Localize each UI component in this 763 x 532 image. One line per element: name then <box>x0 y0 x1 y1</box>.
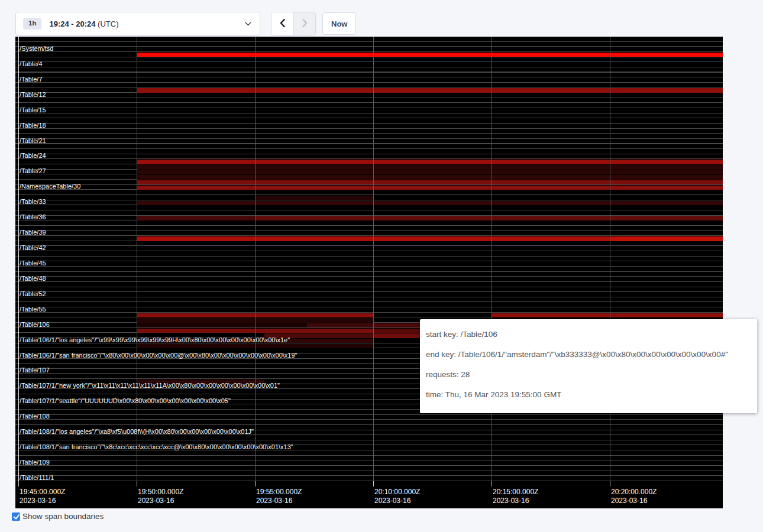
heat-band[interactable] <box>137 216 255 220</box>
row-label: /Table/33 <box>20 198 46 206</box>
left-axis-line <box>18 37 19 485</box>
x-axis-label: 19:55:00.000Z2023-03-16 <box>256 488 302 505</box>
vertical-gridline <box>492 37 492 485</box>
heat-band[interactable] <box>610 236 723 241</box>
row-label: /Table/7 <box>20 76 43 83</box>
vertical-gridline <box>137 37 137 485</box>
axis-tick <box>373 481 374 486</box>
row-label: /NamespaceTable/30 <box>20 183 80 190</box>
axis-tick <box>255 481 256 486</box>
heat-band[interactable] <box>255 216 723 220</box>
show-span-boundaries-checkbox[interactable] <box>12 512 20 521</box>
timezone-label: (UTC) <box>98 20 118 28</box>
row-label: /Table/106 <box>20 321 50 329</box>
x-axis-label: 20:20:00.000Z2023-03-16 <box>611 488 657 505</box>
x-axis-time: 20:10:00.000Z <box>374 488 420 497</box>
row-label: /System/tsd <box>20 45 53 53</box>
x-axis-label: 19:50:00.000Z2023-03-16 <box>138 488 183 505</box>
row-label: /Table/107 <box>20 366 50 374</box>
footer-controls: Show span boundaries <box>12 512 104 521</box>
row-label: /Table/15 <box>20 106 46 114</box>
x-axis-label: 19:45:00.000Z2023-03-16 <box>20 488 65 505</box>
x-axis-time: 20:20:00.000Z <box>611 488 657 497</box>
tooltip-line: end key: /Table/106/1/"amsterdam"/"\xb33… <box>426 349 751 359</box>
vertical-gridline <box>373 37 374 485</box>
tooltip-line: requests: 28 <box>426 369 751 379</box>
next-time-button[interactable] <box>293 12 315 35</box>
row-label: /Table/108/1/"san francisco"/"\x8c\xcc\x… <box>20 443 293 451</box>
row-label: /Table/45 <box>20 259 46 267</box>
heat-band[interactable] <box>137 165 723 170</box>
row-label: /Table/111/1 <box>20 474 54 482</box>
heat-band[interactable] <box>307 323 373 328</box>
row-label: /Table/36 <box>20 213 46 221</box>
axis-tick <box>492 481 492 486</box>
heat-band[interactable] <box>137 186 723 190</box>
heat-band[interactable] <box>137 323 307 328</box>
check-icon <box>13 512 20 520</box>
axis-tick <box>18 481 19 486</box>
row-label: /Table/24 <box>20 152 46 160</box>
heat-band[interactable] <box>137 175 723 180</box>
x-axis-date: 2023-03-16 <box>138 497 183 505</box>
x-axis-label: 20:15:00.000Z2023-03-16 <box>493 488 538 505</box>
x-axis-time: 19:55:00.000Z <box>256 488 302 497</box>
heat-band[interactable] <box>373 329 420 333</box>
x-axis-label: 20:10:00.000Z2023-03-16 <box>374 488 420 505</box>
row-label: /Table/106/1/"san francisco"/"\x80\x00\x… <box>20 352 298 359</box>
time-range-text: 19:24 - 20:24 (UTC) <box>49 20 118 28</box>
show-span-boundaries-label: Show span boundaries <box>22 512 104 521</box>
time-nav-group <box>271 12 316 35</box>
span-tooltip: start key: /Table/106end key: /Table/106… <box>420 319 757 413</box>
x-axis-date: 2023-03-16 <box>374 497 420 505</box>
row-label: /Table/108 <box>20 413 50 420</box>
x-axis-date: 2023-03-16 <box>493 497 538 505</box>
x-axis-time: 19:45:00.000Z <box>20 488 65 497</box>
vertical-gridline <box>255 37 256 485</box>
now-button[interactable]: Now <box>322 12 356 35</box>
row-label: /Table/108/1/"los angeles"/"\xa8\xf5\u00… <box>20 428 254 436</box>
row-label: /Table/27 <box>20 167 46 175</box>
heat-band[interactable] <box>137 88 723 93</box>
duration-badge: 1h <box>23 18 41 30</box>
row-label: /Table/39 <box>20 229 46 236</box>
heat-band[interactable] <box>137 180 723 185</box>
heat-band[interactable] <box>373 323 420 328</box>
tooltip-line: time: Thu, 16 Mar 2023 19:55:00 GMT <box>426 390 751 400</box>
row-label: /Table/52 <box>20 290 46 298</box>
x-axis-time: 19:50:00.000Z <box>138 488 183 497</box>
horizontal-gridlines <box>15 37 723 485</box>
axis-tick <box>137 481 137 486</box>
previous-time-button[interactable] <box>271 12 293 35</box>
row-label: /Table/18 <box>20 122 46 129</box>
heatmap-canvas[interactable]: /System/tsd/Table/4/Table/7/Table/12/Tab… <box>15 37 723 508</box>
row-label: /Table/55 <box>20 306 46 313</box>
row-label: /Table/42 <box>20 244 46 252</box>
heat-band[interactable] <box>137 201 723 206</box>
row-label: /Table/109 <box>20 459 50 466</box>
row-label: /Table/107/1/"seattle"/"UUUUUUD\x00\x80\… <box>20 397 231 405</box>
chevron-left-icon <box>279 18 286 30</box>
row-label: /Table/48 <box>20 275 46 283</box>
heat-band[interactable] <box>137 53 723 57</box>
chevron-down-icon <box>245 22 251 26</box>
x-axis-date: 2023-03-16 <box>611 497 657 505</box>
row-label: /Table/107/1/"new york"/"\x11\x11\x11\x1… <box>20 382 280 390</box>
vertical-gridline <box>610 37 610 485</box>
axis-tick <box>610 481 610 486</box>
heat-band[interactable] <box>492 313 723 318</box>
heat-band[interactable] <box>137 170 723 175</box>
x-axis-time: 20:15:00.000Z <box>493 488 538 497</box>
heat-band[interactable] <box>373 333 420 338</box>
row-label: /Table/12 <box>20 91 46 99</box>
row-label: /Table/106/1/"los angeles"/"\x99\x99\x99… <box>20 336 290 344</box>
x-axis-date: 2023-03-16 <box>20 497 65 505</box>
row-label: /Table/4 <box>20 60 43 68</box>
time-range-select[interactable]: 1h 19:24 - 20:24 (UTC) <box>15 12 260 35</box>
tooltip-line: start key: /Table/106 <box>426 329 751 339</box>
heat-band[interactable] <box>255 196 373 200</box>
chevron-right-icon <box>302 18 308 30</box>
heat-band[interactable] <box>137 160 723 164</box>
x-axis-date: 2023-03-16 <box>256 497 302 505</box>
row-label: /Table/21 <box>20 137 46 145</box>
